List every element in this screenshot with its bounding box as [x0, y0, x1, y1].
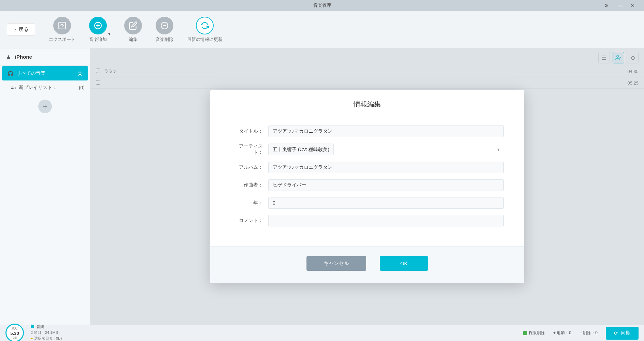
album-label: アルバム： — [231, 164, 268, 170]
add-music-button[interactable]: 音楽追加 — [89, 17, 107, 43]
dialog-title: 情報編集 — [210, 90, 524, 115]
update-icon — [196, 17, 214, 34]
export-button[interactable]: エクスポート — [49, 17, 75, 43]
gear-icon[interactable]: ⚙ — [602, 1, 611, 10]
title-label: タイトル： — [231, 128, 268, 134]
permission-indicator: 権限削除 — [523, 330, 545, 336]
add-music-group: 音楽追加 ▾ — [89, 17, 111, 43]
update-button[interactable]: 最新の情報に更新 — [187, 17, 223, 43]
storage-indicator: 残り 5.30 GB — [5, 324, 24, 341]
title-input[interactable] — [268, 125, 504, 137]
sidebar-item-all-music[interactable]: 🎧 すべての音楽 (2) — [2, 66, 88, 80]
select-arrow-icon: ▾ — [497, 147, 500, 152]
dialog-footer: キャンセル OK — [210, 246, 524, 283]
permission-dot — [523, 331, 527, 335]
year-label: 年： — [231, 200, 268, 206]
title-row: タイトル： — [231, 125, 504, 137]
edit-info-dialog: 情報編集 タイトル： アーティスト： 五十嵐響子 (CV: 種崎敦美) ▾ — [210, 90, 524, 283]
dialog-body: タイトル： アーティスト： 五十嵐響子 (CV: 種崎敦美) ▾ アルバム： — [210, 115, 524, 246]
artist-row: アーティスト： 五十嵐響子 (CV: 種崎敦美) ▾ — [231, 143, 504, 155]
artist-label: アーティスト： — [231, 143, 268, 155]
composer-label: 作曲者： — [231, 182, 268, 188]
delete-music-button[interactable]: 音楽削除 — [156, 17, 173, 43]
sync-button[interactable]: ⟳ 同期 — [606, 327, 639, 340]
comment-label: コメント： — [231, 218, 268, 224]
sidebar-item-playlist[interactable]: ≡♪ 新プレイリスト 1 (0) — [0, 81, 90, 94]
device-item: ▲ iPhone — [0, 48, 90, 65]
export-icon — [53, 17, 71, 34]
artist-select[interactable]: 五十嵐響子 (CV: 種崎敦美) — [268, 144, 334, 155]
music-dot — [31, 325, 34, 328]
close-button[interactable]: ✕ — [628, 1, 636, 10]
comment-input[interactable] — [268, 215, 504, 226]
delete-music-icon — [156, 17, 173, 34]
toolbar: ⌂ 戻る エクスポート 音楽追加 ▾ — [0, 11, 644, 48]
content-area: ☰ ⊙ ラタン 04:35 05:25 — [90, 48, 644, 325]
year-row: 年： — [231, 197, 504, 209]
edit-button[interactable]: 編集 — [124, 17, 142, 43]
status-right: 権限削除 + 追加：0 − 削除：0 ⟳ 同期 — [523, 327, 639, 340]
add-music-dropdown-arrow[interactable]: ▾ — [108, 31, 111, 36]
edit-icon — [124, 17, 142, 34]
storage-info: 音楽 2 項目（24.1MB） ● 選択項目 0（0B） — [31, 324, 64, 341]
device-name: iPhone — [15, 54, 32, 60]
comment-row: コメント： — [231, 215, 504, 226]
back-button[interactable]: ⌂ 戻る — [7, 23, 35, 36]
sidebar: ▲ iPhone 🎧 すべての音楽 (2) ≡♪ 新プレイリスト 1 (0) + — [0, 48, 90, 325]
add-playlist-button[interactable]: + — [38, 100, 52, 113]
sync-icon: ⟳ — [614, 330, 618, 336]
minimize-button[interactable]: — — [616, 1, 625, 10]
composer-input[interactable] — [268, 179, 504, 191]
headphone-icon: 🎧 — [8, 71, 13, 76]
main-area: ▲ iPhone 🎧 すべての音楽 (2) ≡♪ 新プレイリスト 1 (0) +… — [0, 48, 644, 325]
add-music-icon — [89, 17, 107, 34]
playlist-icon: ≡♪ — [11, 85, 16, 90]
home-icon: ⌂ — [13, 27, 16, 32]
cancel-button[interactable]: キャンセル — [306, 256, 366, 271]
device-icon: ▲ — [5, 53, 12, 60]
album-input[interactable] — [268, 162, 504, 173]
composer-row: 作曲者： — [231, 179, 504, 191]
statusbar: 残り 5.30 GB 音楽 2 項目（24.1MB） ● 選択項目 0（0B） … — [0, 325, 644, 341]
album-row: アルバム： — [231, 162, 504, 173]
titlebar: 音楽管理 ⚙ — ✕ — [0, 0, 644, 11]
app-title: 音楽管理 — [313, 2, 331, 9]
ok-button[interactable]: OK — [380, 256, 428, 271]
year-input[interactable] — [268, 197, 504, 209]
